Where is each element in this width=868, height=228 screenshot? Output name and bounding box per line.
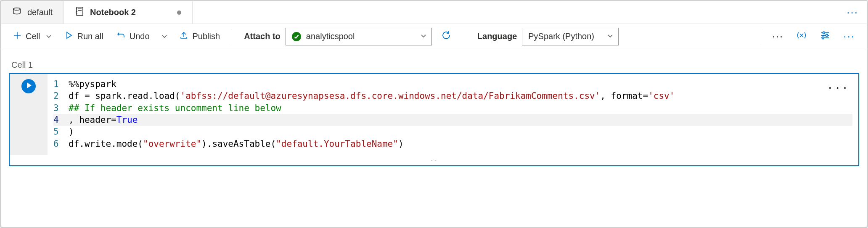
publish-label: Publish bbox=[193, 32, 220, 41]
line-code: df = spark.read.load('abfss://default@az… bbox=[69, 90, 852, 102]
code-line: 2df = spark.read.load('abfss://default@a… bbox=[53, 90, 852, 102]
svg-marker-18 bbox=[27, 82, 32, 88]
line-code: df.write.mode("overwrite").saveAsTable("… bbox=[69, 138, 852, 150]
svg-point-0 bbox=[13, 8, 21, 11]
language-value: PySpark (Python) bbox=[528, 32, 594, 41]
line-number: 6 bbox=[53, 138, 69, 150]
language-label: Language bbox=[471, 32, 520, 41]
tab-label: default bbox=[27, 8, 53, 17]
svg-point-15 bbox=[826, 34, 828, 37]
svg-marker-9 bbox=[67, 32, 71, 38]
language-select[interactable]: PySpark (Python) bbox=[522, 28, 619, 45]
code-line: 4, header=True bbox=[53, 114, 852, 126]
line-code: , header=True bbox=[69, 114, 852, 126]
cell-title: Cell 1 bbox=[11, 60, 859, 70]
svg-point-17 bbox=[822, 37, 824, 39]
cell-label: Cell bbox=[26, 32, 40, 41]
code-line: 3## If header exists uncomment line belo… bbox=[53, 102, 852, 114]
separator bbox=[232, 29, 232, 44]
add-cell-button[interactable]: Cell bbox=[7, 28, 58, 45]
tab-label: Notebook 2 bbox=[90, 8, 136, 17]
tab-overflow-menu[interactable]: ··· bbox=[838, 6, 867, 19]
toolbar-more-button[interactable]: ··· bbox=[769, 30, 787, 43]
unsaved-indicator-icon bbox=[177, 11, 181, 15]
publish-button[interactable]: Publish bbox=[173, 28, 226, 45]
tab-default[interactable]: default bbox=[1, 1, 64, 24]
code-cell: ··· 1%%pyspark2df = spark.read.load('abf… bbox=[9, 73, 859, 166]
svg-rect-1 bbox=[77, 7, 83, 16]
chevron-down-icon bbox=[161, 32, 167, 41]
line-code: %%pyspark bbox=[69, 78, 852, 90]
database-icon bbox=[12, 7, 21, 18]
chevron-down-icon bbox=[607, 33, 613, 40]
line-number: 2 bbox=[53, 90, 69, 102]
line-number: 5 bbox=[53, 126, 69, 138]
run-cell-button[interactable] bbox=[21, 79, 36, 93]
notebook-icon bbox=[75, 6, 84, 19]
variables-icon bbox=[796, 34, 807, 42]
svg-point-13 bbox=[823, 32, 825, 34]
line-number: 1 bbox=[53, 78, 69, 90]
tab-notebook-2[interactable]: Notebook 2 bbox=[64, 1, 193, 24]
status-ok-icon bbox=[292, 32, 301, 41]
run-all-button[interactable]: Run all bbox=[59, 28, 109, 45]
code-line: 6df.write.mode("overwrite").saveAsTable(… bbox=[53, 138, 852, 150]
undo-button[interactable]: Undo bbox=[111, 28, 156, 45]
variables-button[interactable] bbox=[793, 30, 810, 43]
chevron-down-icon bbox=[46, 32, 52, 41]
undo-icon bbox=[117, 31, 125, 42]
attach-to-label: Attach to bbox=[238, 32, 284, 41]
line-number: 3 bbox=[53, 102, 69, 114]
cell-gutter bbox=[10, 74, 48, 155]
line-code: ## If header exists uncomment line below bbox=[69, 102, 852, 114]
tab-bar: default Notebook 2 ··· bbox=[1, 1, 867, 24]
cell-collapse-handle[interactable]: ︿ bbox=[10, 155, 858, 165]
undo-more-button[interactable] bbox=[157, 28, 172, 45]
code-line: 1%%pyspark bbox=[53, 78, 852, 90]
separator bbox=[761, 29, 761, 44]
attach-to-value: analyticspool bbox=[306, 32, 355, 41]
cell-more-button[interactable]: ··· bbox=[827, 81, 849, 95]
refresh-icon bbox=[441, 30, 451, 42]
chevron-down-icon bbox=[421, 33, 426, 40]
configure-session-button[interactable] bbox=[816, 30, 834, 43]
publish-icon bbox=[179, 31, 188, 42]
code-line: 5) bbox=[53, 126, 852, 138]
undo-label: Undo bbox=[130, 32, 150, 41]
settings-sliders-icon bbox=[820, 34, 831, 42]
play-icon bbox=[25, 82, 32, 91]
refresh-attach-button[interactable] bbox=[437, 28, 455, 45]
line-code: ) bbox=[69, 126, 852, 138]
run-all-label: Run all bbox=[77, 32, 103, 41]
line-number: 4 bbox=[53, 114, 69, 126]
toolbar-overflow-button[interactable]: ··· bbox=[840, 30, 858, 43]
attach-to-select[interactable]: analyticspool bbox=[286, 28, 432, 45]
code-editor[interactable]: ··· 1%%pyspark2df = spark.read.load('abf… bbox=[48, 74, 858, 155]
play-icon bbox=[65, 32, 73, 41]
toolbar: Cell Run all Undo bbox=[1, 24, 867, 49]
plus-icon bbox=[13, 31, 21, 42]
